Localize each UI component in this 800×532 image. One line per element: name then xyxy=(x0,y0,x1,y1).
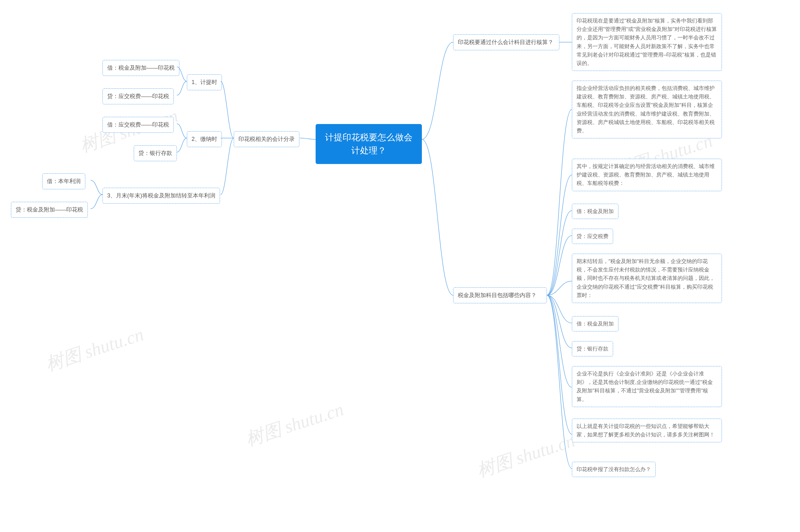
right-q1-ans: 印花税现在是要通过"税金及附加"核算，实务中我们看到部分企业还用"管理费用"或"… xyxy=(572,13,722,71)
left-t2-b: 贷：银行存款 xyxy=(134,145,177,161)
left-t1-a: 借：税金及附加——印花税 xyxy=(103,60,179,76)
right-q2-item-2: 借：税金及附加 xyxy=(572,204,618,219)
right-q2-item-5: 借：税金及附加 xyxy=(572,316,618,331)
right-q2-item-6: 贷：银行存款 xyxy=(572,341,613,357)
watermark: 树图 shutu.cn xyxy=(474,429,578,483)
right-q1-label: 印花税要通过什么会计科目进行核算？ xyxy=(453,34,559,50)
left-t2-label: 2、缴纳时 xyxy=(187,131,222,147)
left-group: 印花税相关的会计分录 xyxy=(234,131,299,147)
right-q2-item-0: 指企业经营活动应负担的相关税费，包括消费税、城市维护建设税、教育费附加、资源税、… xyxy=(572,81,722,138)
left-t3-label: 3、月末(年末)将税金及附加结转至本年利润 xyxy=(103,188,220,204)
right-q2-item-1: 其中，按规定计算确定的与经营活动相关的消费税、城市维护建设税、资源税、教育费附加… xyxy=(572,159,722,191)
watermark: 树图 shutu.cn xyxy=(42,322,147,377)
right-q2-item-4: 期末结转后，"税金及附加"科目无余额，企业交纳的印花税，不会发生应付未付税款的情… xyxy=(572,254,722,303)
right-q2-label: 税金及附加科目包括哪些内容？ xyxy=(453,287,547,303)
left-t1-b: 贷：应交税费——印花税 xyxy=(103,89,174,104)
right-q2-item-8: 以上就是有关计提印花税的一些知识点，希望能够帮助大家，如果想了解更多相关的会计知… xyxy=(572,419,722,442)
left-t3-a: 借：本年利润 xyxy=(42,173,85,189)
right-q2-item-3: 贷：应交税费 xyxy=(572,229,613,244)
left-t2-a: 借：应交税费——印花税 xyxy=(103,117,174,133)
left-t3-b: 贷：税金及附加——印花税 xyxy=(11,202,88,218)
right-q2-item-9: 印花税申报了没有扣款怎么办？ xyxy=(572,462,656,477)
watermark: 树图 shutu.cn xyxy=(242,397,347,452)
center-topic: 计提印花税要怎么做会计处理？ xyxy=(316,124,422,164)
left-t1-label: 1、计提时 xyxy=(187,74,222,90)
right-q2-item-7: 企业不论是执行《企业会计准则》还是《小企业会计准则》，还是其他会计制度,企业缴纳… xyxy=(572,366,722,407)
